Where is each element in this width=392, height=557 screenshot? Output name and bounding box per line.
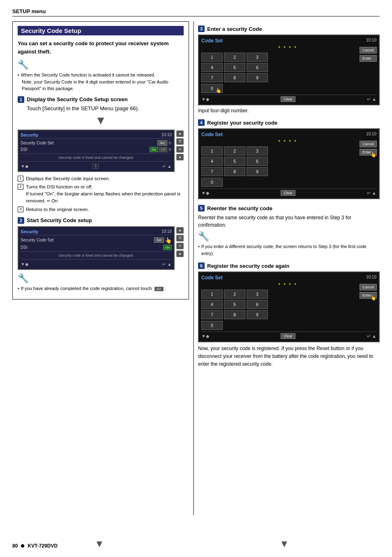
step6-title: Register the security code again	[207, 263, 289, 269]
key-3[interactable]: 3	[247, 53, 268, 62]
key-9[interactable]: 9	[247, 73, 268, 82]
codeset1-title: Code Set	[201, 38, 223, 44]
codeset1-keypad: 1 2 3 4 5 6 7 8 9	[201, 53, 376, 82]
note-text-2: Note, your Security Code is the 4 digit …	[22, 79, 184, 92]
key3-3[interactable]: 3	[247, 290, 268, 299]
security-screen2-block: Security 10:10 Security Code Set Set 👆	[18, 226, 184, 270]
step4-heading: 4 Register your security code	[198, 119, 380, 126]
key3-2[interactable]: 2	[224, 290, 245, 299]
key-0[interactable]: 0 👆	[201, 84, 223, 93]
screen-note: Security code is fixed and cannot be cha…	[21, 153, 172, 162]
key2-4[interactable]: 4	[201, 157, 223, 166]
codeset3-nav-left[interactable]: ▼◆	[201, 334, 209, 339]
screen2-note: Security code is fixed and cannot be cha…	[21, 251, 172, 260]
note-step2-text: If you have already completed the code r…	[21, 285, 166, 292]
callout-text-3: Returns to the original screen.	[26, 206, 89, 213]
key2-1[interactable]: 1	[201, 146, 223, 155]
side-icon-1[interactable]: ▲	[176, 130, 184, 137]
key2-2[interactable]: 2	[224, 146, 245, 155]
side-icon2-2[interactable]: ☰	[176, 235, 184, 241]
key3-8[interactable]: 8	[224, 310, 245, 319]
codeset-screen-2: Code Set 10:10 **** 1 2 3 4 5 6 7 8 9	[198, 128, 380, 199]
side-icon-2[interactable]: ☰	[176, 138, 184, 145]
key2-5[interactable]: 5	[224, 157, 245, 166]
section-title: Security Code Setup	[18, 26, 184, 35]
codeset2-clear-btn[interactable]: Clear	[281, 190, 295, 196]
codeset2-nav-right[interactable]: ↵ ▲	[367, 190, 376, 196]
key3-9[interactable]: 9	[247, 310, 268, 319]
codeset3-cancel-btn[interactable]: Cancel	[360, 284, 377, 290]
key-8[interactable]: 8	[224, 73, 245, 82]
screen2-set-btn[interactable]: Set	[154, 237, 164, 243]
screen-set-btn[interactable]: Set	[157, 140, 167, 146]
side-icon2-3[interactable]: ⊙	[176, 243, 184, 249]
key3-7[interactable]: 7	[201, 310, 223, 319]
bottom-arrow-left: ▼	[95, 538, 104, 550]
codeset3-title: Code Set	[201, 275, 223, 281]
codeset3-enter-btn[interactable]: Enter 👆	[360, 292, 377, 299]
key3-4[interactable]: 4	[201, 300, 223, 309]
side-icon-3[interactable]: ⊙	[176, 146, 184, 153]
codeset1-nav-left[interactable]: ▼◆	[201, 97, 209, 102]
key-5[interactable]: 5	[224, 63, 245, 72]
key-1[interactable]: 1	[201, 53, 223, 62]
key-6[interactable]: 6	[247, 63, 268, 72]
key3-5[interactable]: 5	[224, 300, 245, 309]
security-screen: Security 10:10 Security Code Set Set ①	[18, 130, 175, 172]
screen2-nav-left[interactable]: ▼◆	[21, 262, 28, 267]
callout-num-1: 1	[18, 176, 23, 181]
side-icon2-1[interactable]: ▲	[176, 227, 184, 234]
screen-nav-right[interactable]: ↵ ▲	[162, 164, 172, 169]
intro-text: You can set a security code to protect y…	[18, 39, 184, 56]
step6-heading: 6 Register the security code again	[198, 262, 380, 269]
key3-0[interactable]: 0	[201, 321, 223, 330]
screen2-nav-right[interactable]: ↵ ▲	[162, 262, 172, 267]
key-4[interactable]: 4	[201, 63, 223, 72]
step5-body: Reenter the same security code as that y…	[198, 214, 380, 229]
key2-9[interactable]: 9	[247, 167, 268, 176]
key2-6[interactable]: 6	[247, 157, 268, 166]
screen-nav-left[interactable]: ▼◆	[21, 164, 28, 169]
codeset2-enter-btn[interactable]: Enter 👆	[360, 149, 377, 155]
security-screen-time: 10:10	[161, 132, 172, 137]
footer-model: KVT-729DVD	[28, 543, 58, 549]
screen-toggle-off[interactable]: Off	[159, 147, 167, 152]
key2-3[interactable]: 3	[247, 146, 268, 155]
codeset1-nav-right[interactable]: ↵ ▲	[367, 97, 376, 102]
page: SETUP menu Security Code Setup You can s…	[0, 0, 392, 557]
codeset3-actions: Cancel Enter 👆	[360, 284, 377, 299]
step6-block: 6 Register the security code again Code …	[198, 262, 380, 369]
touch-icon-enter: 👆	[370, 152, 376, 158]
page-header: SETUP menu	[12, 8, 380, 16]
key3-6[interactable]: 6	[247, 300, 268, 309]
key-2[interactable]: 2	[224, 53, 245, 62]
codeset2-keypad: 1 2 3 4 5 6 7 8 9	[201, 146, 376, 176]
note-block-step5: 🔧 • If you enter a different security co…	[198, 231, 380, 257]
step5-heading: 5 Reenter the security code	[198, 205, 380, 211]
side-icon2-4[interactable]: ▲	[176, 251, 184, 257]
screen-toggle-on[interactable]: On	[150, 147, 158, 152]
codeset3-clear-btn[interactable]: Clear	[281, 333, 295, 339]
screen2-toggle-on[interactable]: On	[163, 245, 172, 250]
codeset1-clear-btn[interactable]: Clear	[281, 96, 295, 102]
note-icon-step5: 🔧	[198, 231, 380, 242]
codeset1-cancel-btn[interactable]: Cancel	[360, 47, 377, 53]
key2-8[interactable]: 8	[224, 167, 245, 176]
step2-num: 2	[18, 217, 24, 224]
side-icon-4[interactable]: ▲	[176, 154, 184, 160]
key-7[interactable]: 7	[201, 73, 223, 82]
codeset3-keypad: 1 2 3 4 5 6 7 8 9	[201, 290, 376, 319]
codeset2-cancel-btn[interactable]: Cancel	[360, 141, 377, 147]
key3-1[interactable]: 1	[201, 290, 223, 299]
step3-heading: 3 Enter a security Code	[198, 26, 380, 32]
security-screen2-time: 10:10	[161, 229, 172, 234]
step1-num: 1	[18, 96, 24, 103]
codeset3-nav-right[interactable]: ↵ ▲	[367, 334, 376, 339]
pencil-on: ✏	[47, 199, 51, 203]
key2-0[interactable]: 0	[201, 178, 223, 187]
codeset2-nav-left[interactable]: ▼◆	[201, 190, 209, 196]
codeset1-enter-btn[interactable]: Enter	[360, 55, 377, 62]
security-screen-title: Security	[21, 132, 38, 137]
key2-7[interactable]: 7	[201, 167, 223, 176]
note-icon-step2: 🔧	[18, 273, 184, 284]
